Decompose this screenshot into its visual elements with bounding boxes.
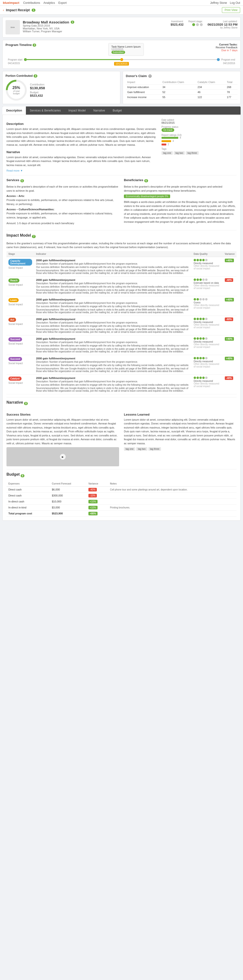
dq-dot-3 <box>202 298 205 301</box>
budget-note <box>108 493 237 499</box>
budget-table-row: Direct cash $300,000 -10% <box>6 493 237 499</box>
end-date-label: Program end <box>221 58 235 61</box>
page-badge: 1 <box>32 9 35 12</box>
investment-stat: Investment: $523,432 <box>171 20 184 29</box>
ratings-label: Report ratings (14): <box>161 134 237 136</box>
access-arts-text: Provide exposure to exhibits, performanc… <box>6 198 119 206</box>
donut-chart: 25% of total budget <box>5 80 27 101</box>
date-added-label: Date added: <box>161 119 237 121</box>
tab-narrative[interactable]: Narrative <box>90 107 109 115</box>
dq-dot-2 <box>199 259 202 261</box>
report-stage-label: Report stage: <box>189 20 203 23</box>
donor-title-text: Donor's Claim <box>126 74 147 78</box>
program-card: BMA Broadway Mall Association 1 Spring G… <box>2 17 241 38</box>
dq-dot-0 <box>193 318 196 320</box>
top-bar-right: Jeffrey Stone Log Out <box>210 1 240 5</box>
tags-label: Tags <box>161 148 237 150</box>
budget-table-row: In-direct in-kind $3,000 +10% Printing b… <box>6 504 237 511</box>
impact-table-row: Learn Social Impact 2000 gain fulfillmen… <box>6 296 237 316</box>
timeline-card: Program Timeline 3 Task Name Lorem Ipsum… <box>2 40 241 68</box>
access-culture-text: Provide exposure to exhibits, performanc… <box>6 212 119 220</box>
nav-contributions[interactable]: Contributions <box>23 1 40 5</box>
stage-sub: Social Impact <box>8 283 32 286</box>
donor-card: Donor's Claim ? Impact Contribution Clai… <box>123 71 241 104</box>
play-button[interactable]: ▶ <box>60 454 66 460</box>
beneficiaries-desc: Below is the grantee's description of th… <box>124 185 237 192</box>
portion-info: Contribution: $130,858 Budget: $523,432 <box>30 83 45 97</box>
print-button[interactable]: Print View <box>222 7 240 13</box>
stage-badge: Succeed <box>8 337 22 341</box>
contribution-value: $130,858 <box>30 86 45 90</box>
program-badge: 1 <box>71 21 75 24</box>
dq-dots <box>193 357 221 360</box>
narrative-lessons-col: Lessons Learned Lorem ipsum dolor sit am… <box>124 409 237 466</box>
indicator-title: 2000 gain fulfillment/enjoyment <box>36 278 190 282</box>
dq-label: Directly measured <box>193 262 221 265</box>
investment-value: $523,432 <box>171 23 184 26</box>
budget-change-badge: -10% <box>88 494 97 497</box>
dq-dot-0 <box>193 278 196 281</box>
submitted-badge: Submitted <box>112 51 125 54</box>
program-logo: BMA <box>5 20 20 35</box>
portion-badge: 4 <box>34 75 37 78</box>
dq-dot-4 <box>205 318 208 320</box>
timeline-title: Program Timeline <box>5 43 32 47</box>
task-date: 12/22/2015 <box>112 48 141 51</box>
nav-export[interactable]: Export <box>58 1 67 5</box>
indicator-title: 2000 gain fulfillment/enjoyment <box>36 298 190 301</box>
rating-bar-orange <box>161 140 171 142</box>
donor-table-row: Improve education 34 234 268 <box>126 85 238 90</box>
variance-badge: +40% <box>225 357 234 360</box>
indicator-cell: 2000 gain fulfillment/enjoyment Descript… <box>34 316 192 335</box>
data-quality-cell: Directly measured Other directly measure… <box>192 335 223 355</box>
tab-impact[interactable]: Impact Model <box>64 107 90 115</box>
stage-badge: Catalyst <box>8 377 22 381</box>
tag-2: tag two <box>174 151 185 155</box>
variance-cell: -40% <box>223 374 237 394</box>
donor-catalytic: 122 <box>196 95 225 100</box>
report-stage-stat: Report stage: <box>189 20 203 29</box>
tab-services[interactable]: Services & Beneficiaries <box>26 107 64 115</box>
col-indicator: Indicator <box>34 251 192 257</box>
indicator-title: 2000 gain fulfillment/enjoyment <box>36 357 190 360</box>
tab-budget[interactable]: Budget <box>109 107 126 115</box>
budget-forecast: $10,000 <box>50 499 86 504</box>
read-more-link[interactable]: Read more ▼ <box>6 169 23 172</box>
portion-card: Portion Contributed 4 25% of total budge… <box>2 71 120 104</box>
donor-table-row: Increase income 55 122 177 <box>126 95 238 100</box>
tag-1: tag one <box>161 151 173 155</box>
logout-link[interactable]: Log Out <box>230 1 240 5</box>
program-location: Manhattan, New York, NY, USA <box>23 27 168 30</box>
back-button[interactable]: ‹ <box>3 8 4 12</box>
rating-green: 8 <box>161 136 237 139</box>
variance-badge: +40% <box>225 298 234 301</box>
donor-impact: Improve education <box>126 85 161 90</box>
data-quality-cell: Guess Other directly measured of social … <box>192 296 223 316</box>
tab-description[interactable]: Description <box>2 107 26 115</box>
amount-label: Amount: 1-5 days of services provided to… <box>6 221 119 225</box>
dq-dot-3 <box>202 337 205 340</box>
donor-contribution: 55 <box>161 95 196 100</box>
dq-dots <box>193 278 221 281</box>
dq-dots <box>193 318 221 320</box>
narrative-tags: tag one tag two tag three <box>124 447 237 451</box>
services-heading: Services <box>6 178 19 182</box>
budget-variance: +10% <box>86 504 108 511</box>
dq-label: Directly measured <box>193 340 221 343</box>
donut-label: 25% of total budget <box>11 86 22 95</box>
indicator-cell: 2000 gain fulfillment/enjoyment Descript… <box>34 355 192 374</box>
success-text: Lorem ipsum dolor sit amet, consectetur … <box>6 418 119 445</box>
lessons-text: Lorem ipsum dolor sit amet, consectetur … <box>124 418 237 445</box>
variance-cell: -40% <box>223 276 237 296</box>
stage-sub: Social Impact <box>8 303 32 306</box>
nav-analytics[interactable]: Analytics <box>43 1 55 5</box>
budget-expense: Direct cash <box>6 493 50 499</box>
top-bar: blueimpact Contributions Analytics Expor… <box>0 0 243 6</box>
data-quality-cell: Estimate based on data Other directly me… <box>192 276 223 296</box>
timeline-remaining <box>123 59 217 60</box>
indicator-title: 2000 gain fulfillment/enjoyment <box>36 337 190 340</box>
budget-note: Cell phone tour and some plantings aroun… <box>108 487 237 493</box>
donor-contribution: 52 <box>161 90 196 95</box>
program-stats: Investment: $523,432 Report stage: Last … <box>171 20 238 29</box>
dq-sub: Other directly measured of social impact <box>193 323 221 329</box>
